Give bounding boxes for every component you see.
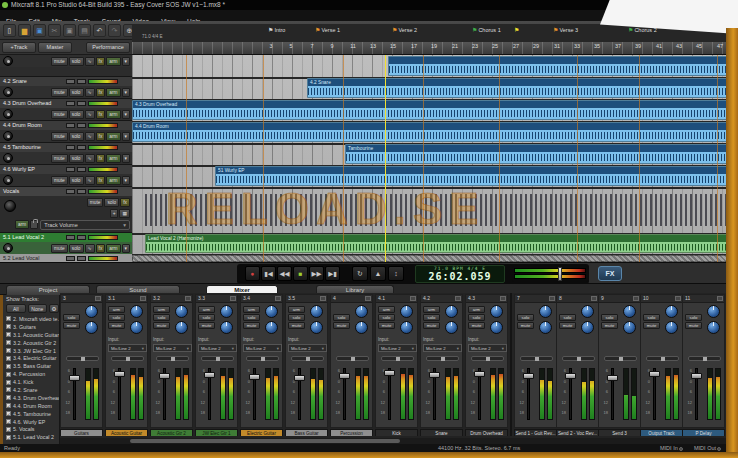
pan-slider[interactable]	[77, 79, 86, 84]
mute-button[interactable]: mute	[378, 322, 395, 329]
audio-clip[interactable]: 4.3 Drum Overhead	[132, 100, 736, 120]
volume-fader[interactable]	[607, 375, 618, 381]
knob-upper[interactable]	[400, 305, 413, 318]
pan-slider[interactable]	[246, 356, 279, 361]
knob-upper[interactable]	[85, 305, 98, 318]
envelope-icon[interactable]: ∿	[85, 88, 95, 97]
chevron-down-icon[interactable]: ▾	[122, 154, 130, 163]
mute-button[interactable]: mute	[468, 322, 485, 329]
track-header[interactable]: 5.1 Lead Vocal 2 mute solo ∿ fx arm	[0, 233, 132, 254]
track-header[interactable]: 4.6 Wurly EP mute solo ∿ fx arm	[0, 165, 132, 187]
track-filter-item[interactable]: ✓ 4.4. Drum Room	[0, 402, 59, 410]
volume-fader[interactable]	[565, 373, 576, 379]
volume-slider[interactable]	[66, 167, 75, 172]
volume-slider[interactable]	[66, 79, 75, 84]
mute-button[interactable]: mute	[243, 322, 260, 329]
mute-button[interactable]: mute	[333, 322, 350, 329]
mute-button[interactable]: mute	[51, 176, 68, 185]
pan-slider[interactable]	[111, 356, 144, 361]
master-volume-handle[interactable]	[558, 267, 562, 281]
volume-fader[interactable]	[649, 371, 660, 377]
cut-icon[interactable]: ✂	[48, 24, 61, 37]
solo-button[interactable]: solo	[69, 176, 84, 185]
input-dropdown[interactable]: Mic/Line 2▾	[288, 344, 327, 352]
checkbox-checked[interactable]: ✓	[6, 340, 11, 345]
knob-lower[interactable]	[490, 321, 503, 334]
volume-slider[interactable]	[66, 123, 75, 128]
fx-button[interactable]: fx	[96, 176, 106, 185]
knob-upper[interactable]	[539, 305, 552, 318]
fx-slot[interactable]	[95, 296, 101, 301]
clip-header[interactable]: 4.4 Drum Room	[133, 123, 735, 130]
knob-lower[interactable]	[539, 321, 552, 334]
fx-slot[interactable]	[410, 296, 416, 301]
fx-button[interactable]: fx	[96, 110, 106, 119]
knob-lower[interactable]	[175, 321, 188, 334]
go-to-start-button[interactable]: ▮◀	[261, 266, 276, 281]
track-filter-item[interactable]: ✓ 3.2. Acoustic Gtr 2	[0, 339, 59, 347]
knob-upper[interactable]	[445, 305, 458, 318]
pan-slider[interactable]	[77, 256, 86, 261]
pan-slider[interactable]	[291, 356, 324, 361]
arm-button[interactable]: arm	[106, 154, 120, 163]
checkbox-checked[interactable]: ✓	[6, 332, 11, 337]
volume-slider[interactable]	[66, 101, 75, 106]
channel-name-plate[interactable]: JW Elec Gtr 1	[195, 429, 238, 436]
solo-button[interactable]: solo	[685, 314, 702, 321]
checkbox-checked[interactable]: ✓	[6, 419, 11, 424]
knob-lower[interactable]	[665, 321, 678, 334]
knob-lower[interactable]	[707, 321, 720, 334]
arm-button[interactable]: arm	[378, 306, 395, 313]
channel-name-plate[interactable]: Acoustic Guitar	[105, 429, 148, 436]
paste-icon[interactable]: ▤	[78, 24, 91, 37]
add-automation-button[interactable]: +	[110, 209, 119, 218]
save-icon[interactable]: ▣	[33, 24, 46, 37]
pan-handle[interactable]	[306, 357, 310, 361]
master-track-button[interactable]: Master	[38, 42, 72, 53]
mute-button[interactable]: mute	[153, 322, 170, 329]
pan-handle[interactable]	[81, 357, 85, 361]
stop-button[interactable]: ■	[293, 266, 308, 281]
pan-handle[interactable]	[351, 357, 355, 361]
chevron-down-icon[interactable]: ▾	[122, 110, 130, 119]
arm-button[interactable]: arm	[106, 132, 120, 141]
arm-button[interactable]: arm	[243, 306, 260, 313]
pan-slider[interactable]	[381, 356, 414, 361]
knob-upper[interactable]	[130, 305, 143, 318]
chevron-down-icon[interactable]: ▾	[122, 88, 130, 97]
pan-handle[interactable]	[216, 357, 220, 361]
solo-button[interactable]: solo	[643, 314, 660, 321]
track-header[interactable]: 4.2 Snare mute solo ∿ fx arm	[0, 77, 132, 99]
scrollbar-handle[interactable]	[130, 439, 400, 443]
track-filter-item[interactable]: ✓ 4.1. Kick	[0, 378, 59, 386]
solo-button[interactable]: solo	[378, 314, 395, 321]
clip-header[interactable]: Lead Vocal 2 (Harmonize)	[146, 235, 735, 242]
mute-button[interactable]: mute	[685, 322, 702, 329]
volume-fader[interactable]	[523, 373, 534, 379]
checkbox-checked[interactable]: ✓	[6, 348, 11, 353]
checkbox-checked[interactable]: ✓	[6, 356, 11, 361]
knob-lower[interactable]	[355, 321, 368, 334]
track-name[interactable]: 4.2 Snare	[0, 77, 132, 86]
fx-button[interactable]: fx	[96, 132, 106, 141]
knob-lower[interactable]	[581, 321, 594, 334]
volume-fader[interactable]	[159, 373, 170, 379]
fx-slot[interactable]	[591, 296, 597, 301]
audio-clip[interactable]: Lead Vocal 2 (Harmonize)	[145, 234, 736, 253]
show-all-button[interactable]: All	[6, 304, 26, 313]
mute-button[interactable]: mute	[51, 110, 68, 119]
knob-lower[interactable]	[265, 321, 278, 334]
pan-handle[interactable]	[261, 357, 265, 361]
solo-button[interactable]: solo	[517, 314, 534, 321]
volume-fader[interactable]	[429, 372, 440, 378]
audio-clip[interactable]	[388, 56, 736, 76]
checkbox-checked[interactable]: ✓	[6, 411, 11, 416]
knob-upper[interactable]	[265, 305, 278, 318]
mute-button[interactable]: mute	[51, 132, 68, 141]
fx-slot[interactable]	[717, 296, 723, 301]
fx-button[interactable]: fx	[96, 154, 106, 163]
pan-slider[interactable]	[426, 356, 459, 361]
arm-button[interactable]: arm	[198, 306, 215, 313]
pan-handle[interactable]	[535, 357, 539, 361]
channel-name-plate[interactable]: Percussion	[330, 429, 373, 436]
